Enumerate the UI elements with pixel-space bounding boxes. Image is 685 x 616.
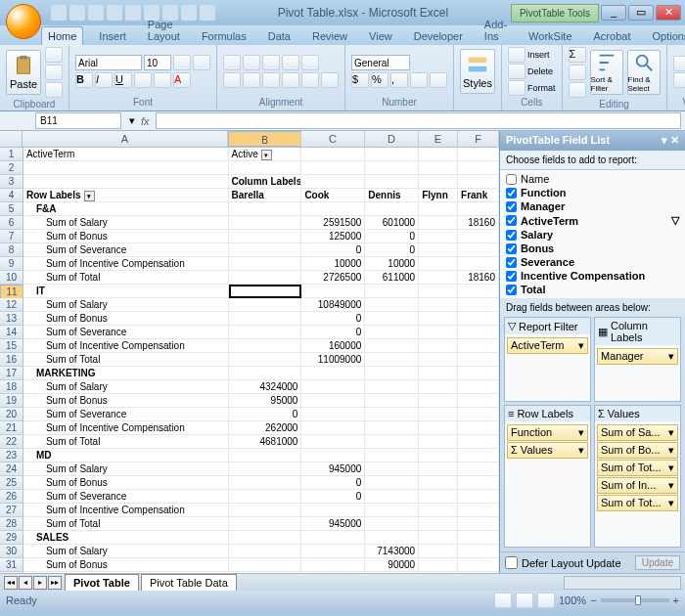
cell[interactable]: [301, 285, 365, 298]
cell[interactable]: [419, 380, 458, 394]
cell[interactable]: [458, 572, 499, 573]
cell[interactable]: [301, 449, 365, 462]
row-header[interactable]: 26: [0, 490, 23, 504]
cell[interactable]: [229, 339, 302, 353]
select-all-corner[interactable]: [0, 131, 23, 147]
row-header[interactable]: 10: [0, 271, 23, 285]
cell[interactable]: [365, 476, 419, 490]
cell[interactable]: [365, 490, 419, 504]
cell[interactable]: 0: [301, 490, 365, 504]
cell[interactable]: 0: [301, 476, 365, 490]
cell[interactable]: [365, 148, 419, 161]
cell[interactable]: [419, 202, 458, 216]
cell[interactable]: [419, 531, 458, 545]
cell[interactable]: [301, 394, 365, 408]
cell[interactable]: [458, 161, 499, 175]
cell[interactable]: [419, 572, 458, 573]
qat-save[interactable]: [51, 5, 67, 21]
cell[interactable]: 7143000: [365, 545, 419, 558]
align-left-button[interactable]: [223, 72, 241, 88]
cell[interactable]: [301, 504, 365, 517]
cell[interactable]: Sum of Severance: [23, 490, 229, 504]
cell[interactable]: 262000: [229, 421, 302, 435]
italic-button[interactable]: I: [95, 72, 113, 88]
qat-button[interactable]: [125, 5, 141, 21]
row-header[interactable]: 13: [0, 312, 23, 326]
cell[interactable]: [301, 380, 365, 394]
field-checkbox[interactable]: [506, 188, 517, 198]
ribbon-tab-worksite[interactable]: WorkSite: [523, 27, 577, 45]
fill-button[interactable]: [569, 65, 586, 80]
cell[interactable]: [419, 339, 458, 353]
cell[interactable]: 945000: [301, 462, 365, 476]
increase-decimal-button[interactable]: [410, 72, 428, 88]
values-area[interactable]: ΣValues Sum of Sa...▾Sum of Bo...▾Sum of…: [594, 405, 681, 549]
cell[interactable]: Sum of Severance: [23, 572, 229, 573]
underline-button[interactable]: U: [114, 72, 132, 88]
cell[interactable]: [458, 312, 499, 326]
cell[interactable]: [229, 298, 302, 312]
cell[interactable]: Sum of Total: [23, 517, 229, 531]
zoom-percent[interactable]: 100%: [559, 594, 586, 606]
cell[interactable]: Sum of Salary: [23, 462, 229, 476]
cell[interactable]: [301, 545, 365, 558]
view-normal-button[interactable]: [494, 593, 512, 608]
cell[interactable]: [301, 421, 365, 435]
font-color-button[interactable]: A: [173, 72, 191, 88]
cell[interactable]: [419, 312, 458, 326]
tab-nav-first[interactable]: ◂◂: [4, 576, 18, 590]
cell[interactable]: [458, 175, 499, 189]
cell[interactable]: [458, 326, 499, 339]
pivot-field[interactable]: Severance: [504, 255, 681, 269]
cell[interactable]: ActiveTerm: [23, 148, 229, 161]
cut-button[interactable]: [45, 47, 63, 63]
cell[interactable]: Barella: [229, 189, 302, 202]
cell[interactable]: [301, 161, 365, 175]
pivot-field[interactable]: Function: [504, 186, 681, 199]
cell[interactable]: 4681000: [229, 435, 302, 449]
cell[interactable]: [419, 435, 458, 449]
maximize-button[interactable]: ▭: [628, 5, 654, 21]
ribbon-tab-data[interactable]: Data: [262, 27, 297, 45]
find-select-button[interactable]: Find & Select: [627, 50, 661, 95]
cell[interactable]: [458, 558, 499, 572]
row-header[interactable]: 30: [0, 545, 23, 558]
cell[interactable]: [419, 326, 458, 339]
cell[interactable]: 0: [301, 243, 365, 257]
pivot-field[interactable]: Salary: [504, 228, 681, 242]
cell[interactable]: [419, 298, 458, 312]
cell[interactable]: [419, 367, 458, 380]
cell[interactable]: [229, 202, 302, 216]
cell[interactable]: [458, 243, 499, 257]
office-button[interactable]: [6, 4, 41, 39]
cell[interactable]: [365, 353, 419, 367]
number-format-select[interactable]: [351, 55, 410, 70]
row-header[interactable]: 8: [0, 243, 23, 257]
cell[interactable]: [229, 462, 302, 476]
cell[interactable]: [365, 449, 419, 462]
tab-nav-prev[interactable]: ◂: [19, 576, 32, 590]
area-field-item[interactable]: Function▾: [507, 424, 588, 441]
cell[interactable]: 0: [301, 326, 365, 339]
cell[interactable]: [229, 243, 302, 257]
cell[interactable]: [458, 421, 499, 435]
row-header[interactable]: 27: [0, 504, 23, 517]
currency-button[interactable]: $: [351, 72, 369, 88]
cell[interactable]: 10000: [301, 257, 365, 271]
cell[interactable]: [458, 202, 499, 216]
copy-button[interactable]: [45, 65, 63, 80]
cell[interactable]: [229, 572, 302, 573]
row-header[interactable]: 29: [0, 531, 23, 545]
cell[interactable]: 2726500: [301, 271, 365, 285]
cell[interactable]: [365, 380, 419, 394]
cell[interactable]: F&A: [23, 202, 229, 216]
cell[interactable]: 601000: [365, 216, 419, 230]
defer-checkbox[interactable]: [505, 556, 518, 569]
minimize-button[interactable]: _: [601, 5, 626, 21]
tab-nav-next[interactable]: ▸: [33, 576, 47, 590]
area-field-item[interactable]: Sum of Tot...▾: [597, 495, 678, 511]
cell[interactable]: [458, 408, 499, 421]
cell[interactable]: Dennis: [365, 189, 419, 202]
row-header[interactable]: 14: [0, 326, 23, 339]
cell[interactable]: [365, 175, 419, 189]
